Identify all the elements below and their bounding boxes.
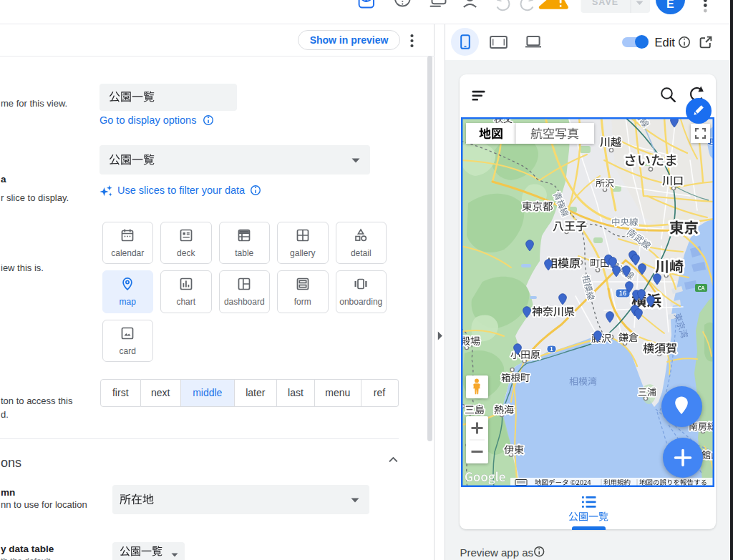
svg-text:E: E — [666, 0, 674, 10]
svg-text:SAVE: SAVE — [592, 0, 618, 7]
